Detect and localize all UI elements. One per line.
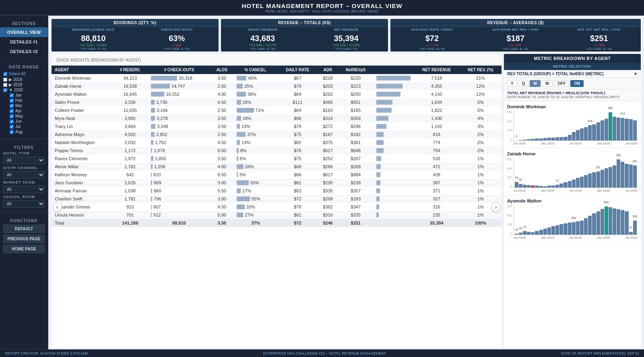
reserv-cell: 913 xyxy=(112,203,148,211)
revenue-totals-subheaders: GROSS REVENUE NET REVENUE xyxy=(221,27,388,32)
reserv-cell: 2,032 xyxy=(112,138,148,147)
month-jul[interactable]: Jul xyxy=(10,124,45,129)
month-may[interactable]: May xyxy=(10,113,45,119)
reserv-cell: 1,781 xyxy=(112,195,148,203)
alos-cell: 3.50 xyxy=(211,114,233,122)
checkouts-cell: 796 xyxy=(148,195,210,203)
table-title: QUICK INSIGHTS (BREAKDOWN BY AGENT) xyxy=(56,57,141,63)
net-rev-cell: 327 xyxy=(414,195,460,203)
sidebar-divider-1 xyxy=(0,58,48,58)
sidebar-item-overall-view[interactable]: OVERALL VIEW xyxy=(0,27,48,37)
table-row: Kathryn Mooney 642 610 9.50 5% $66 $617 … xyxy=(52,171,502,179)
quick-insights-panel: QUICK INSIGHTS (BREAKDOWN BY AGENT) ‹ AG… xyxy=(52,54,502,348)
cancel-cell: 33% xyxy=(233,203,278,211)
hotel-type-select[interactable]: All xyxy=(3,157,45,164)
alos-cell: 4.00 xyxy=(211,163,233,171)
year-2020-checkbox[interactable] xyxy=(3,88,7,92)
charts-scroll[interactable]: Dominik Workman 600 400 200 0 2318592474… xyxy=(504,101,641,348)
previous-page-button[interactable]: PREVIOUS PAGE xyxy=(3,235,45,243)
header-bar: HOTEL MANAGEMENT REPORT – OVERALL VIEW R… xyxy=(0,0,644,16)
time-buttons-row: Y Q M W OFF ON xyxy=(504,78,641,89)
year-2018[interactable]: ▶ 2018 xyxy=(3,77,45,82)
alos-cell: 3.00 xyxy=(211,195,233,203)
col-adr: ADR xyxy=(317,66,339,74)
col-net-rev: NET REVENUE xyxy=(414,66,460,74)
adr-cell: $266 xyxy=(317,163,339,171)
month-apr[interactable]: Apr xyxy=(10,108,45,113)
left-arrow[interactable]: ‹ xyxy=(52,202,62,212)
agent-cell: Colleen Fowler xyxy=(52,106,112,114)
sidebar-item-detailes2[interactable]: DETAILES #2 xyxy=(0,47,48,56)
year-2020[interactable]: ▼ 2020 xyxy=(3,87,45,93)
market-segm-select[interactable]: All xyxy=(3,186,45,193)
cancel-cell: 28% xyxy=(233,163,278,171)
metric-selector[interactable]: REV TOTALS (GROUP) > TOTAL NetREV (METRI… xyxy=(504,70,641,78)
netrevps-cell: $268 xyxy=(339,163,373,171)
netrevps-cell: $223 xyxy=(339,82,373,90)
net-pct-cell: 1% xyxy=(460,187,502,195)
col-netrevps: NetREVpS xyxy=(339,66,373,74)
bar-cell xyxy=(373,179,414,187)
agent-cell: Jace Goodwin xyxy=(52,179,112,187)
date-range-label: DATE RANGE xyxy=(3,62,45,71)
netrevps-cell: $347 xyxy=(339,203,373,211)
reserv-cell: 16,645 xyxy=(112,90,148,98)
functions-section: FUNCTIONS DEFAULT PREVIOUS PAGE HOME PAG… xyxy=(0,214,48,257)
chevron-down-icon: ▼ xyxy=(634,72,638,76)
agent-cell: Zainab Horne xyxy=(52,82,112,90)
agent-cell: Tracy Lin xyxy=(52,122,112,130)
select-all-checkbox[interactable] xyxy=(3,72,7,76)
netrevps-cell: $220 xyxy=(339,74,373,82)
time-btn-y[interactable]: Y xyxy=(507,80,517,87)
year-2019-checkbox[interactable] xyxy=(3,83,7,87)
time-btn-w[interactable]: W xyxy=(542,80,553,87)
month-jun[interactable]: Jun xyxy=(10,119,45,124)
table-row: Total 141,189 88,810 3.50 37% $72 $246 $… xyxy=(52,219,502,227)
net-rev-cell: 1,142 xyxy=(414,122,460,130)
reserv-cell: 19,538 xyxy=(112,82,148,90)
cancel-cell: 71% xyxy=(233,106,278,114)
agent-cell: Myra Neal xyxy=(52,114,112,122)
year-2018-checkbox[interactable] xyxy=(3,78,7,82)
daily-cell: $111 xyxy=(278,98,317,106)
net-pct-cell: 21% xyxy=(460,74,502,82)
net-revenue-label: YOY (USD / %) xyxy=(307,47,385,51)
month-feb[interactable]: Feb xyxy=(10,98,45,103)
right-arrow[interactable]: › xyxy=(491,202,501,212)
daily-cell: $79 xyxy=(278,122,317,130)
cancel-cell: 13% xyxy=(233,122,278,130)
checkouts-cell: 3,166 xyxy=(148,106,210,114)
avg-room-net-label: YOY (VAR. $ / %) xyxy=(476,47,555,51)
time-btn-off[interactable]: OFF xyxy=(554,80,569,87)
daily-cell: $96 xyxy=(278,114,317,122)
time-btn-q[interactable]: Q xyxy=(518,80,529,87)
time-btn-m[interactable]: M xyxy=(530,80,540,87)
time-btn-on[interactable]: ON xyxy=(570,80,584,87)
default-button[interactable]: DEFAULT xyxy=(3,225,45,233)
alos-cell: 3.00 xyxy=(211,179,233,187)
assign-room-select[interactable]: All xyxy=(3,200,45,208)
month-aug[interactable]: Aug xyxy=(10,129,45,134)
netrevps-cell: $551 xyxy=(339,98,373,106)
home-page-button[interactable]: HOME PAGE xyxy=(3,245,45,253)
month-jan[interactable]: Jan xyxy=(10,93,45,98)
alos-cell: 2.50 xyxy=(211,82,233,90)
table-scroll[interactable]: AGENT # RESERV. # CHECK-OUTS ALOS % CANC… xyxy=(52,66,502,348)
select-all-item[interactable]: Select All xyxy=(3,71,45,77)
table-row: Alexander Grimes 913 607 4.50 33% $78 $3… xyxy=(52,203,502,211)
cancel-cell: 14% xyxy=(233,138,278,147)
footer-center: ENTERPRISE DNA CHALLENGE #22 – HOTEL REV… xyxy=(263,351,386,355)
agent-cell: Raees Clements xyxy=(52,155,112,163)
body-row: SECTIONS OVERALL VIEW DETAILES #1 DETAIL… xyxy=(0,16,644,349)
distr-channel-select[interactable]: All xyxy=(3,171,45,179)
kpi-group-revenue-totals: REVENUE – TOTALS (K$) GROSS REVENUE NET … xyxy=(221,19,388,52)
avg-room-net-block: $187 -1 / 0% YOY (VAR. $ / %) xyxy=(474,32,557,52)
year-2019[interactable]: ▶ 2019 xyxy=(3,82,45,87)
avg-tot-net-label: YOY (VAR. $ / %) xyxy=(560,47,638,51)
net-revenue-subheader: NET REVENUE xyxy=(304,27,388,32)
cancel-cell: 38% xyxy=(233,90,278,98)
netrevps-cell: $238 xyxy=(339,179,373,187)
cancel-cell: 5% xyxy=(233,171,278,179)
sidebar-item-detailes1[interactable]: DETAILES #1 xyxy=(0,37,48,47)
month-mar[interactable]: Mar xyxy=(10,103,45,108)
